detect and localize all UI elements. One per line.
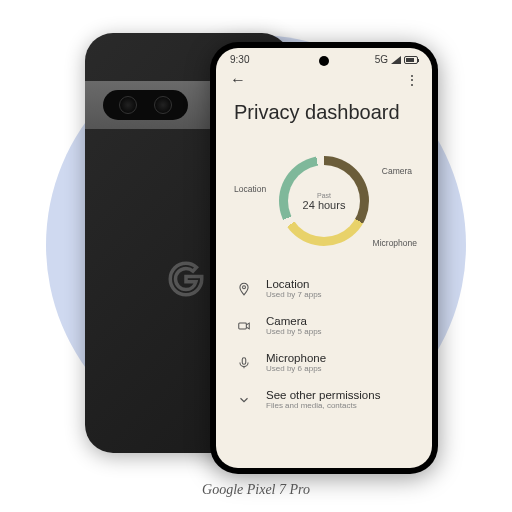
microphone-icon: [236, 356, 252, 370]
phone-screen: 9:30 5G ← ⋮ Privacy dashboard Location C…: [216, 48, 432, 468]
camera-module: [103, 90, 188, 120]
camera-icon: [236, 319, 252, 333]
front-camera-notch: [319, 56, 329, 66]
app-header: ← ⋮: [216, 67, 432, 93]
camera-lens-icon: [119, 96, 137, 114]
list-item-sub: Used by 6 apps: [266, 364, 326, 373]
list-item-label: See other permissions: [266, 389, 380, 401]
chart-label-location: Location: [234, 184, 266, 194]
list-item-microphone[interactable]: Microphone Used by 6 apps: [216, 344, 432, 381]
chart-label-microphone: Microphone: [373, 238, 417, 248]
list-item-camera[interactable]: Camera Used by 5 apps: [216, 307, 432, 344]
chart-center-big: 24 hours: [303, 199, 346, 211]
chart-center-label: Past 24 hours: [303, 192, 346, 211]
arrow-back-icon[interactable]: ←: [230, 71, 246, 89]
page-title: Privacy dashboard: [216, 93, 432, 136]
more-vert-icon[interactable]: ⋮: [405, 72, 418, 88]
status-time: 9:30: [230, 54, 249, 65]
permissions-list: Location Used by 7 apps Camera Used by 5…: [216, 266, 432, 422]
image-caption: Google Pixel 7 Pro: [0, 482, 512, 498]
svg-point-0: [243, 285, 246, 288]
list-item-label: Location: [266, 278, 322, 290]
phone-front-view: 9:30 5G ← ⋮ Privacy dashboard Location C…: [210, 42, 438, 474]
list-item-label: Microphone: [266, 352, 326, 364]
list-item-location[interactable]: Location Used by 7 apps: [216, 270, 432, 307]
list-item-see-other[interactable]: See other permissions Files and media, c…: [216, 381, 432, 418]
network-label: 5G: [375, 54, 388, 65]
chart-center-small: Past: [303, 192, 346, 199]
chart-label-camera: Camera: [382, 166, 412, 176]
list-item-sub: Files and media, contacts: [266, 401, 380, 410]
usage-chart: Location Camera Microphone Past 24 hours: [216, 136, 432, 266]
google-logo-icon: [165, 258, 207, 300]
list-item-sub: Used by 7 apps: [266, 290, 322, 299]
list-item-sub: Used by 5 apps: [266, 327, 322, 336]
camera-lens-icon: [154, 96, 172, 114]
signal-icon: [391, 56, 401, 64]
location-pin-icon: [236, 282, 252, 296]
svg-rect-2: [242, 357, 246, 363]
list-item-label: Camera: [266, 315, 322, 327]
chevron-down-icon: [236, 393, 252, 407]
svg-rect-1: [239, 323, 247, 329]
battery-icon: [404, 56, 418, 64]
